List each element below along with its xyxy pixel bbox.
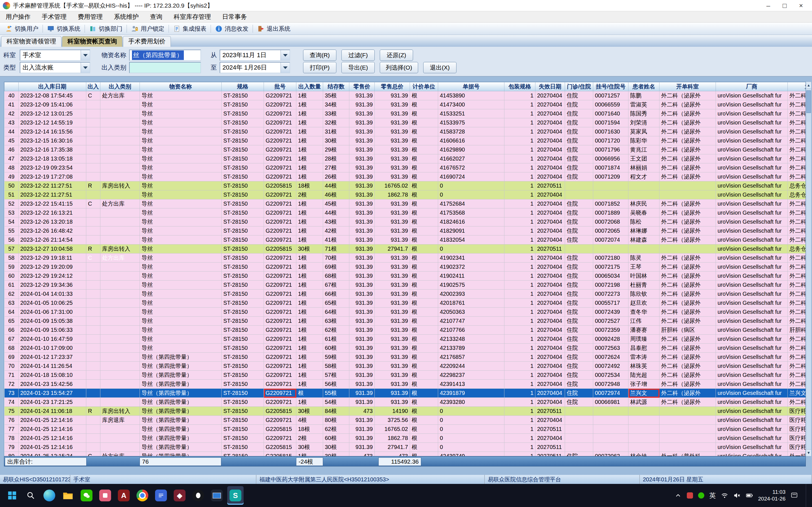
messages-button[interactable]: 消息收发 (212, 23, 252, 34)
exit-button[interactable]: 退出(X) (423, 62, 456, 73)
switch-department-button[interactable]: 切换部门 (86, 23, 126, 34)
table-row[interactable]: 632024-01-05 10:06:25导丝ST-28150G22097211… (4, 298, 806, 307)
table-row[interactable]: 462023-12-16 17:35:38导丝ST-28150G22097211… (4, 145, 806, 154)
menu-surgery-management[interactable]: 手术管理 (36, 11, 72, 22)
column-header[interactable]: 规格 (221, 82, 264, 91)
tab-material-request[interactable]: 科室物资请领管理 (1, 36, 61, 47)
table-row[interactable]: 642024-01-06 17:31:00导丝ST-28150G22097211… (4, 307, 806, 317)
volume-muted-icon[interactable] (733, 492, 741, 499)
tab-surgery-fee-pricing[interactable]: 手术费用划价 (123, 36, 171, 47)
type-select[interactable]: 出入流水账 (20, 62, 90, 73)
department-select[interactable]: 手术室 (20, 50, 90, 61)
table-row[interactable]: 502023-12-22 11:27:51R库房出转入导丝ST-28150G22… (4, 181, 806, 190)
table-row[interactable]: 402023-12-08 17:54:45C处方出库导丝ST-28150G220… (4, 91, 806, 100)
chevron-down-icon[interactable] (281, 62, 290, 73)
notification-center-icon[interactable] (791, 492, 798, 499)
search-button[interactable] (22, 486, 39, 505)
scroll-up-arrow-icon[interactable]: ▲ (806, 82, 811, 89)
table-row[interactable]: 702024-01-14 11:26:54导丝（第四批带量）ST-28150G2… (4, 362, 806, 371)
column-header[interactable]: 门诊/住院 (565, 82, 593, 91)
column-header[interactable]: 出入 (86, 82, 100, 91)
table-row[interactable]: 662024-01-09 15:06:33导丝ST-28150G22097211… (4, 326, 806, 335)
start-button[interactable] (4, 486, 20, 505)
column-header[interactable]: 厂商 (716, 82, 788, 91)
table-row[interactable]: 482023-12-19 09:23:54导丝ST-28150G22097211… (4, 163, 806, 172)
chevron-down-icon[interactable] (81, 62, 90, 73)
column-header[interactable]: 患者姓名 (628, 82, 659, 91)
vertical-scrollbar[interactable]: ▲ ▼ (806, 82, 811, 456)
column-header[interactable]: 出入类别 (100, 82, 140, 91)
qq-icon[interactable] (190, 486, 206, 505)
column-header[interactable]: 零售价 (349, 82, 375, 91)
menu-user-operations[interactable]: 用户操作 (0, 11, 36, 22)
column-header[interactable]: 业务单元 (788, 82, 806, 91)
table-row[interactable]: 742024-01-23 17:21:25导丝（第四批带量）ST-28150G2… (4, 398, 806, 407)
table-row[interactable]: 722024-01-23 15:42:56导丝（第四批带量）ST-28150G2… (4, 380, 806, 389)
export-button[interactable]: 导出(E) (342, 62, 375, 73)
table-row[interactable]: 552023-12-26 16:48:42导丝ST-28150G22097211… (4, 226, 806, 235)
chevron-down-icon[interactable] (81, 50, 90, 60)
column-header[interactable]: 零售总价 (375, 82, 410, 91)
table-row[interactable]: 512023-12-22 11:27:51导丝ST-28150G22097212… (4, 190, 806, 200)
chrome-icon[interactable] (134, 486, 151, 505)
table-row[interactable]: 592023-12-29 19:20:09导丝ST-28150G22097211… (4, 263, 806, 272)
battery-icon[interactable] (746, 492, 753, 499)
table-row[interactable]: 492023-12-19 17:27:08导丝ST-28150G22097211… (4, 172, 806, 181)
table-row[interactable]: 422023-12-12 13:01:25导丝ST-28150G22097211… (4, 109, 806, 118)
column-header[interactable]: 计价单位 (410, 82, 438, 91)
tray-app-icon-red[interactable] (687, 492, 693, 499)
column-select-button[interactable]: 列选择(O) (380, 62, 418, 73)
table-row[interactable]: 792024-01-25 12:14:16导丝（第四批带量）ST-28150G2… (4, 443, 806, 452)
app-icon-darkred[interactable]: ◆ (171, 486, 188, 505)
minimize-button[interactable]: – (760, 0, 776, 11)
file-explorer-icon[interactable] (60, 486, 76, 505)
table-row[interactable]: 432023-12-12 14:55:19导丝ST-28150G22097211… (4, 118, 806, 127)
table-row[interactable]: 762024-01-25 12:14:16库房退库导丝（第四批带量）ST-281… (4, 416, 806, 425)
tray-chevron-up-icon[interactable] (674, 492, 682, 499)
table-row[interactable]: 652024-01-09 15:05:38导丝ST-28150G22097211… (4, 317, 806, 326)
filter-button[interactable]: 过滤(F) (342, 50, 375, 61)
table-row[interactable]: 472023-12-18 13:05:18导丝ST-28150G22097211… (4, 154, 806, 163)
edge-browser-icon[interactable] (41, 486, 57, 505)
table-row[interactable]: 782024-01-25 12:14:16导丝（第四批带量）ST-28150G2… (4, 434, 806, 443)
table-row[interactable]: 582023-12-29 19:18:11C处方出库导丝ST-28150G220… (4, 253, 806, 263)
table-row[interactable]: 572023-12-27 10:04:58R库房出转入导丝ST-28150G22… (4, 244, 806, 253)
material-name-input[interactable]: 丝（第四批带量） (129, 50, 201, 61)
table-row[interactable]: 622024-01-04 14:01:33导丝ST-28150G22097211… (4, 290, 806, 298)
menu-fee-management[interactable]: 费用管理 (72, 11, 108, 22)
to-date-picker[interactable]: 2024年 1月26日 (220, 62, 290, 73)
table-row[interactable]: 612023-12-29 19:34:36导丝ST-28150G22097211… (4, 281, 806, 290)
chevron-down-icon[interactable] (281, 50, 290, 60)
query-button[interactable]: 查询(R) (303, 50, 336, 61)
menu-system-maintenance[interactable]: 系统维护 (108, 11, 144, 22)
scrollbar-thumb[interactable] (806, 91, 811, 113)
column-header[interactable]: 出入数量 (296, 82, 323, 91)
table-row[interactable]: 682024-01-10 17:09:00导丝ST-28150G22097211… (4, 344, 806, 353)
table-row[interactable]: 672024-01-10 16:47:59导丝ST-28150G22097211… (4, 335, 806, 344)
restore-button[interactable]: 还原(Z) (380, 50, 413, 61)
scroll-down-arrow-icon[interactable]: ▼ (806, 449, 811, 456)
column-header[interactable] (4, 82, 18, 91)
tray-wechat-icon[interactable] (698, 492, 704, 499)
column-header[interactable]: 批号 (264, 82, 296, 91)
table-row[interactable]: 802024-01-25 12:15:24C处方出库导丝（第四批带量）ST-28… (4, 452, 806, 457)
user-lock-button[interactable]: 用户锁定 (128, 23, 168, 34)
column-header[interactable]: 开单科室 (659, 82, 716, 91)
show-desktop-button[interactable] (806, 484, 808, 507)
print-button[interactable]: 打印(P) (303, 62, 336, 73)
column-header[interactable]: 包装规格 (504, 82, 536, 91)
exit-system-button[interactable]: 退出系统 (254, 23, 294, 34)
column-header[interactable]: 物资名称 (140, 82, 221, 91)
table-row[interactable]: 752024-01-24 11:06:18R库房出转入导丝（第四批带量）ST-2… (4, 407, 806, 416)
taskbar-clock[interactable]: 11:03 2024-01-26 (758, 489, 785, 502)
integrated-reports-button[interactable]: 集成报表 (170, 23, 210, 34)
inout-category-input[interactable] (129, 62, 201, 73)
column-header[interactable]: 结存数 (323, 82, 349, 91)
table-row[interactable]: 692024-01-12 17:23:37导丝（第四批带量）ST-28150G2… (4, 353, 806, 362)
maximize-button[interactable]: □ (776, 0, 793, 11)
wifi-icon[interactable] (721, 492, 728, 499)
table-row[interactable]: 522023-12-22 15:41:15C处方出库导丝ST-28150G220… (4, 200, 806, 209)
table-row[interactable]: 772024-01-25 12:14:16导丝（第四批带量）ST-28150G2… (4, 425, 806, 434)
from-date-picker[interactable]: 2023年11月 1日 (220, 50, 290, 61)
table-row[interactable]: 712024-01-18 15:08:10导丝（第四批带量）ST-28150G2… (4, 371, 806, 380)
